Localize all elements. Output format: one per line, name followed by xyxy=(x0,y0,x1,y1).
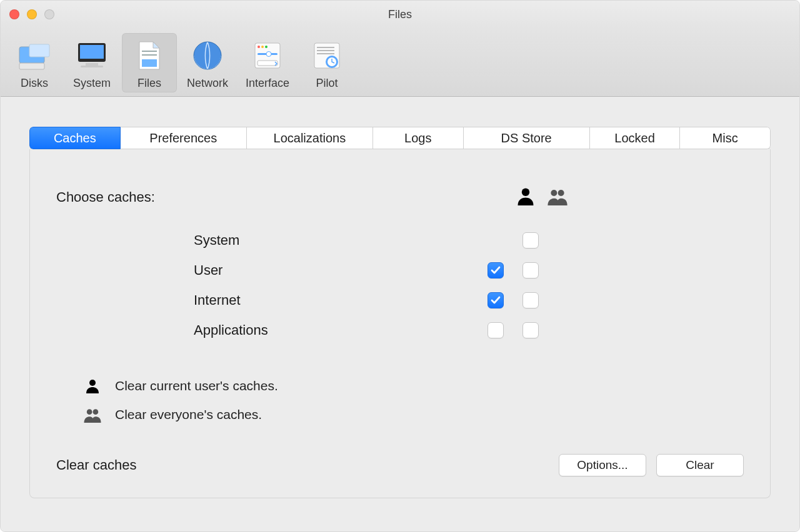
toolbar-label: Interface xyxy=(246,77,289,90)
choose-caches-label: Choose caches: xyxy=(56,189,155,205)
toolbar-label: Pilot xyxy=(316,77,338,90)
toolbar-label: Network xyxy=(187,77,228,90)
toolbar: Disks System Files Network Interface Pil… xyxy=(1,28,799,97)
multi-user-icon xyxy=(546,187,569,208)
row-internet: Internet xyxy=(56,285,744,315)
row-user: User xyxy=(56,255,744,285)
tab-misc[interactable]: Misc xyxy=(680,127,771,149)
traffic-lights xyxy=(9,9,54,19)
checkbox-internet-all[interactable] xyxy=(522,292,539,308)
clock-icon xyxy=(307,36,347,76)
globe-icon xyxy=(188,36,228,76)
row-label: System xyxy=(194,232,488,249)
clear-caches-label: Clear caches xyxy=(56,457,136,473)
tab-locked[interactable]: Locked xyxy=(590,127,681,149)
toolbar-label: Disks xyxy=(21,77,48,90)
checkbox-applications-user[interactable] xyxy=(488,322,504,338)
checkbox-user-user[interactable] xyxy=(488,262,504,278)
row-label: Applications xyxy=(194,322,488,338)
toolbar-disks[interactable]: Disks xyxy=(7,33,62,92)
tab-strip: Caches Preferences Localizations Logs DS… xyxy=(29,127,771,149)
row-system: System xyxy=(56,225,744,255)
imac-icon xyxy=(72,36,112,76)
legend-current-user: Clear current user's caches. xyxy=(81,372,744,400)
toolbar-system[interactable]: System xyxy=(64,33,119,92)
options-button[interactable]: Options... xyxy=(559,454,646,476)
row-label: User xyxy=(194,262,488,278)
caches-panel: Choose caches: System User Internet xyxy=(29,149,771,498)
window: Files Disks System Files Network Interfa… xyxy=(0,0,800,532)
toolbar-label: System xyxy=(73,77,111,90)
footer: Clear caches Options... Clear xyxy=(56,454,744,476)
tab-ds-store[interactable]: DS Store xyxy=(464,127,590,149)
tab-caches[interactable]: Caches xyxy=(29,127,121,149)
disk-icon xyxy=(14,36,54,76)
clear-button[interactable]: Clear xyxy=(656,454,744,476)
checkbox-system-all[interactable] xyxy=(522,232,539,249)
tab-preferences[interactable]: Preferences xyxy=(121,127,247,149)
toolbar-label: Files xyxy=(138,77,161,90)
file-icon xyxy=(129,36,169,76)
legend-text: Clear current user's caches. xyxy=(115,378,278,393)
multi-user-icon xyxy=(81,406,104,423)
sliders-icon xyxy=(248,36,288,76)
row-label: Internet xyxy=(194,292,488,308)
checkbox-applications-all[interactable] xyxy=(522,322,539,338)
checkbox-user-all[interactable] xyxy=(522,262,539,278)
window-title: Files xyxy=(1,8,799,21)
tab-logs[interactable]: Logs xyxy=(373,127,464,149)
toolbar-files[interactable]: Files xyxy=(122,33,177,92)
content: Caches Preferences Localizations Logs DS… xyxy=(1,97,799,531)
legend: Clear current user's caches. Clear every… xyxy=(56,372,744,429)
toolbar-interface[interactable]: Interface xyxy=(238,33,297,92)
toolbar-network[interactable]: Network xyxy=(179,33,236,92)
legend-everyone: Clear everyone's caches. xyxy=(81,400,744,429)
legend-text: Clear everyone's caches. xyxy=(115,407,262,422)
single-user-icon xyxy=(516,187,535,208)
toolbar-pilot[interactable]: Pilot xyxy=(299,33,354,92)
close-icon[interactable] xyxy=(9,9,19,19)
titlebar: Files xyxy=(1,1,799,28)
checkbox-internet-user[interactable] xyxy=(488,292,504,308)
minimize-icon[interactable] xyxy=(27,9,37,19)
row-applications: Applications xyxy=(56,315,744,345)
single-user-icon xyxy=(81,378,104,394)
zoom-icon[interactable] xyxy=(44,9,54,19)
tab-localizations[interactable]: Localizations xyxy=(247,127,373,149)
